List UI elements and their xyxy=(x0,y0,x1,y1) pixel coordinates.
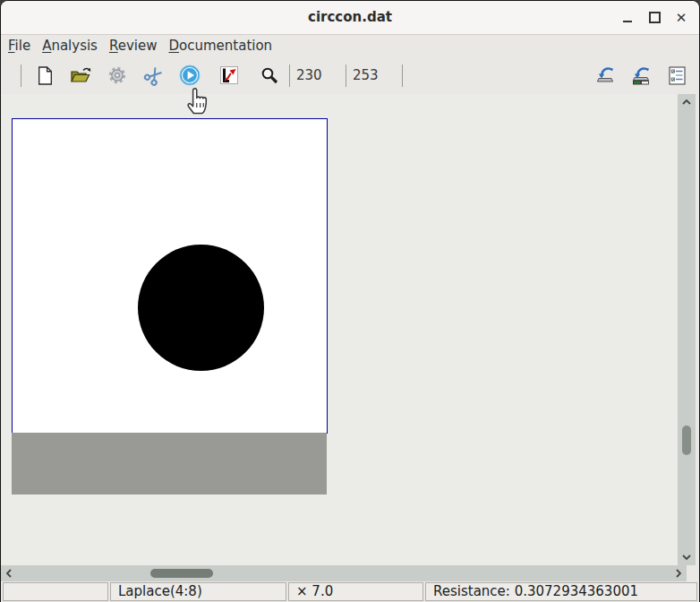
toolbar-value-b: 253 xyxy=(353,56,379,94)
menu-review[interactable]: Review xyxy=(109,38,158,54)
window-title: circcon.dat xyxy=(1,1,699,34)
scroll-down-button[interactable] xyxy=(678,551,696,563)
toolbar-separator xyxy=(21,64,21,87)
menu-bar: File Analysis Review Documentation xyxy=(1,35,699,56)
export-image-button-2[interactable] xyxy=(627,62,654,89)
new-document-button[interactable] xyxy=(31,62,58,89)
status-bar: Laplace(4:8) × 7.0 Resistance: 0.3072934… xyxy=(1,581,699,602)
maximize-button[interactable] xyxy=(642,1,667,34)
scroll-left-button[interactable] xyxy=(3,565,15,581)
scrollbar-corner xyxy=(687,565,699,581)
close-icon: ✕ xyxy=(676,10,687,26)
scroll-up-button[interactable] xyxy=(678,96,696,108)
status-cell-empty xyxy=(3,582,108,601)
zoom-button[interactable] xyxy=(256,62,283,89)
conductor-circle xyxy=(138,245,264,371)
chevron-down-icon xyxy=(681,554,692,561)
menu-file[interactable]: File xyxy=(8,38,30,54)
window-frame: circcon.dat ✕ File Analysis Review Docum… xyxy=(1,1,699,602)
horizontal-scroll-thumb[interactable] xyxy=(150,569,213,578)
horizontal-scrollbar[interactable] xyxy=(1,565,687,581)
toolbar-separator xyxy=(346,64,346,87)
vertical-scrollbar[interactable] xyxy=(678,94,696,565)
chevron-right-icon xyxy=(675,568,682,579)
minimize-icon xyxy=(623,21,632,22)
export-arrow-film-icon xyxy=(631,66,651,85)
export-arrow-icon xyxy=(595,66,615,85)
run-button[interactable] xyxy=(176,62,203,89)
image-canvas[interactable] xyxy=(12,118,328,434)
toolbar-separator xyxy=(402,64,403,87)
vertical-scroll-thumb[interactable] xyxy=(682,426,691,455)
open-file-button[interactable] xyxy=(67,62,94,89)
image-viewport[interactable] xyxy=(1,94,678,565)
toolbar-separator xyxy=(289,64,290,87)
checklist-icon xyxy=(669,66,686,85)
toolbar: 230 253 xyxy=(1,56,699,94)
new-document-icon xyxy=(38,66,53,85)
settings-button[interactable] xyxy=(104,62,131,89)
status-cell-zoom: × 7.0 xyxy=(288,582,423,601)
status-cell-resistance: Resistance: 0.3072934363001 xyxy=(425,582,697,601)
menu-analysis[interactable]: Analysis xyxy=(42,38,98,54)
gear-icon xyxy=(107,65,127,85)
cut-button[interactable] xyxy=(141,62,167,89)
status-cell-method: Laplace(4:8) xyxy=(110,582,286,601)
properties-button[interactable] xyxy=(663,62,690,89)
plot-button[interactable] xyxy=(216,62,243,89)
close-button[interactable]: ✕ xyxy=(669,1,694,34)
chevron-up-icon xyxy=(681,99,692,106)
export-image-button-1[interactable] xyxy=(592,62,619,89)
toolbar-value-a: 230 xyxy=(296,56,322,94)
search-icon xyxy=(260,66,278,84)
maximize-icon xyxy=(649,12,661,23)
minimize-button[interactable] xyxy=(615,1,640,34)
plot-chart-icon xyxy=(220,66,238,84)
electrode-bar xyxy=(12,433,327,494)
scissors-icon xyxy=(141,63,167,89)
menu-documentation[interactable]: Documentation xyxy=(168,38,272,54)
run-play-icon xyxy=(179,64,201,86)
open-folder-icon xyxy=(70,66,91,84)
app-window: circcon.dat ✕ File Analysis Review Docum… xyxy=(0,0,700,602)
scroll-right-button[interactable] xyxy=(672,565,685,581)
chevron-left-icon xyxy=(5,568,13,579)
title-bar[interactable]: circcon.dat ✕ xyxy=(1,1,699,35)
